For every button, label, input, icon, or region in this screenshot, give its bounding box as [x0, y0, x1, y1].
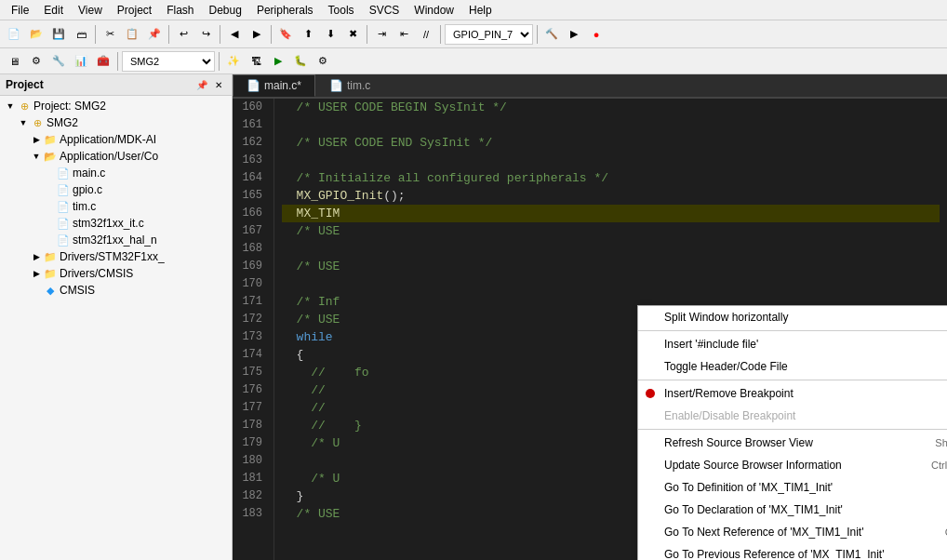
paste-btn[interactable]: 📌 [144, 24, 165, 45]
ctx-refresh-browser[interactable]: Refresh Source Browser View Shift+Alt+F1… [638, 432, 947, 454]
line-num-178: 178 [240, 417, 266, 434]
tb2-btn3[interactable]: 🔧 [48, 51, 69, 72]
sidebar-close-btn[interactable]: ✕ [211, 77, 226, 92]
line-num-183: 183 [240, 505, 266, 523]
smg2-icon: ⊕ [30, 115, 45, 130]
code-line-166: MX_TIM [282, 205, 940, 222]
tree-item-appMdk[interactable]: ▶ 📁 Application/MDK-AI [2, 131, 230, 148]
expand-icon-project[interactable]: ▼ [4, 100, 17, 113]
indent-btn[interactable]: ⇥ [371, 24, 392, 45]
forward-btn[interactable]: ▶ [247, 24, 267, 45]
copy-btn[interactable]: 📋 [122, 24, 142, 45]
breakpoint-dot-icon [646, 389, 655, 398]
tb2-magic-btn[interactable]: ✨ [223, 51, 244, 72]
menu-flash[interactable]: Flash [159, 2, 201, 19]
sep6 [440, 25, 441, 44]
tb2-play-btn[interactable]: ▶ [268, 51, 288, 72]
menu-tools[interactable]: Tools [321, 2, 362, 19]
sep-tb2 [117, 52, 118, 71]
code-line-162: /* USER CODE END SysInit */ [282, 134, 940, 152]
tb2-settings-btn[interactable]: ⚙ [313, 51, 333, 72]
open-btn[interactable]: 📂 [26, 24, 47, 45]
stop-btn[interactable]: ● [586, 24, 607, 45]
new-file-btn[interactable]: 📄 [4, 24, 24, 45]
project-dropdown[interactable]: SMG2 [122, 51, 215, 72]
tree-item-smg2[interactable]: ▼ ⊕ SMG2 [2, 114, 230, 131]
tree-item-driversStm[interactable]: ▶ 📁 Drivers/STM32F1xx_ [2, 248, 230, 265]
ctx-update-browser[interactable]: Update Source Browser Information Ctrl+S… [638, 454, 947, 476]
ctx-toggle-header[interactable]: Toggle Header/Code File [638, 355, 947, 378]
sidebar-header: Project 📌 ✕ [0, 74, 232, 96]
expand-icon-appMdk[interactable]: ▶ [30, 133, 43, 146]
next-bookmark-btn[interactable]: ⬇ [320, 24, 340, 45]
ctx-split-window[interactable]: Split Window horizontally [638, 306, 947, 328]
menu-window[interactable]: Window [407, 2, 461, 19]
save-all-btn[interactable]: 🗃 [71, 24, 91, 45]
expand-icon-driversStm[interactable]: ▶ [30, 250, 43, 263]
tb2-debug-btn[interactable]: 🐛 [290, 51, 311, 72]
ctx-breakpoint[interactable]: Insert/Remove Breakpoint F9 [638, 382, 947, 405]
tb2-btn5[interactable]: 🧰 [93, 51, 113, 72]
menu-peripherals[interactable]: Peripherals [249, 2, 321, 19]
tree-item-gpioc[interactable]: ▶ 📄 gpio.c [2, 181, 230, 198]
line-numbers: 160 161 162 163 164 165 166 167 168 169 … [233, 99, 274, 560]
appMdk-label: Application/MDK-AI [60, 133, 156, 146]
prev-bookmark-btn[interactable]: ⬆ [298, 24, 318, 45]
tb2-btn1[interactable]: 🖥 [4, 51, 24, 72]
line-num-170: 170 [240, 275, 266, 293]
driversCmsis-label: Drivers/CMSIS [60, 267, 133, 280]
unindent-btn[interactable]: ⇤ [393, 24, 414, 45]
ctx-goto-decl-label: Go To Declaration of 'MX_TIM1_Init' [664, 503, 940, 516]
tree-item-driversCmsis[interactable]: ▶ 📁 Drivers/CMSIS [2, 265, 230, 282]
tree-item-mainc[interactable]: ▶ 📄 main.c [2, 165, 230, 181]
menu-project[interactable]: Project [110, 2, 159, 19]
clear-bookmark-btn[interactable]: ✖ [342, 24, 363, 45]
tree-item-stm32hal[interactable]: ▶ 📄 stm32f1xx_hal_n [2, 232, 230, 248]
expand-icon-driversCmsis[interactable]: ▶ [30, 267, 43, 280]
stm32hal-label: stm32f1xx_hal_n [73, 233, 157, 247]
menu-debug[interactable]: Debug [202, 2, 249, 19]
menu-view[interactable]: View [71, 2, 110, 19]
code-line-160: /* USER CODE BEGIN SysInit */ [282, 99, 940, 116]
tb2-build2-btn[interactable]: 🏗 [246, 51, 266, 72]
line-num-176: 176 [240, 381, 266, 399]
tree-item-appUser[interactable]: ▼ 📂 Application/User/Co [2, 148, 230, 165]
tb2-btn2[interactable]: ⚙ [26, 51, 47, 72]
line-num-172: 172 [240, 311, 266, 328]
line-num-169: 169 [240, 258, 266, 275]
menu-help[interactable]: Help [461, 2, 500, 19]
tab-timc[interactable]: 📄 tim.c [315, 74, 384, 97]
line-num-177: 177 [240, 399, 266, 417]
ctx-update-shortcut: Ctrl+Shift+F11 [931, 460, 947, 471]
gpio-dropdown[interactable]: GPIO_PIN_7 [445, 24, 533, 45]
menu-file[interactable]: File [4, 2, 36, 19]
sidebar-pin-btn[interactable]: 📌 [194, 77, 209, 92]
menu-edit[interactable]: Edit [36, 2, 71, 19]
tree-item-timc[interactable]: ▶ 📄 tim.c [2, 198, 230, 215]
tree-item-project[interactable]: ▼ ⊕ Project: SMG2 [2, 98, 230, 114]
ctx-goto-next-ref[interactable]: Go To Next Reference of 'MX_TIM1_Init' C… [638, 521, 947, 543]
bookmark-btn[interactable]: 🔖 [275, 24, 296, 45]
ctx-goto-prev-ref[interactable]: Go To Previous Reference of 'MX_TIM1_Ini… [638, 543, 947, 560]
build-btn[interactable]: 🔨 [541, 24, 562, 45]
editor-area: 📄 main.c* 📄 tim.c 160 161 162 163 164 16… [233, 74, 947, 560]
ctx-goto-decl[interactable]: Go To Declaration of 'MX_TIM1_Init' Ctrl… [638, 499, 947, 521]
comment-btn[interactable]: // [416, 24, 436, 45]
save-btn[interactable]: 💾 [48, 24, 69, 45]
ctx-goto-def[interactable]: Go To Definition of 'MX_TIM1_Init' F12 [638, 476, 947, 499]
tab-mainc[interactable]: 📄 main.c* [233, 74, 315, 97]
redo-btn[interactable]: ↪ [195, 24, 216, 45]
cut-btn[interactable]: ✂ [100, 24, 120, 45]
ctx-insert-include[interactable]: Insert '#include file' ▶ [638, 333, 947, 355]
tree-item-cmsis[interactable]: ▶ ◆ CMSIS [2, 282, 230, 299]
back-btn[interactable]: ◀ [224, 24, 245, 45]
undo-btn[interactable]: ↩ [173, 24, 193, 45]
expand-icon-appUser[interactable]: ▼ [30, 150, 43, 163]
ctx-sep3 [638, 429, 947, 430]
run-btn[interactable]: ▶ [564, 24, 584, 45]
expand-icon-smg2[interactable]: ▼ [17, 116, 30, 129]
tb2-btn4[interactable]: 📊 [71, 51, 91, 72]
tree-item-stm32it[interactable]: ▶ 📄 stm32f1xx_it.c [2, 215, 230, 232]
menu-svcs[interactable]: SVCS [362, 2, 407, 19]
line-num-166: 166 [240, 205, 266, 222]
